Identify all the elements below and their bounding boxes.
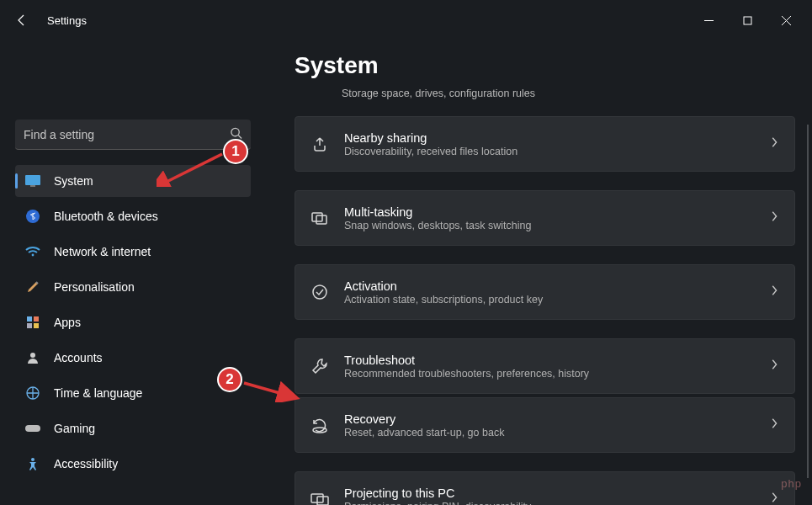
storage-subtitle: Storage space, drives, configuration rul… [342,88,795,99]
main-content: System Storage space, drives, configurat… [261,40,812,505]
close-button[interactable] [767,7,805,34]
svg-rect-10 [27,316,32,322]
card-subtitle: Permissions, pairing PIN, discoverabilit… [344,501,754,506]
sidebar-item-gaming[interactable]: Gaming [15,412,251,444]
svg-point-14 [30,353,35,358]
gamepad-icon [25,421,40,436]
search-input[interactable] [15,120,251,150]
globe-clock-icon [25,385,40,401]
sidebar-item-label: Bluetooth & devices [54,210,158,223]
chevron-right-icon [769,136,779,152]
svg-point-9 [32,254,34,257]
annotation-marker-2: 2 [217,367,242,392]
sidebar-item-label: Apps [54,316,81,329]
back-button[interactable] [8,7,35,34]
sidebar-item-bluetooth[interactable]: Bluetooth & devices [15,200,251,232]
svg-rect-19 [316,215,326,224]
svg-point-17 [31,458,34,461]
svg-point-4 [231,128,239,136]
chevron-right-icon [769,210,779,226]
svg-rect-6 [25,175,40,185]
card-text: Nearby sharing Discoverability, received… [344,131,754,157]
display-icon [25,173,40,189]
card-text: Projecting to this PC Permissions, pairi… [344,486,754,506]
sidebar-item-personalisation[interactable]: Personalisation [15,271,251,303]
chevron-right-icon [769,492,779,505]
sidebar-item-label: Personalisation [54,280,135,294]
card-subtitle: Discoverability, received files location [344,146,754,157]
windows-icon [310,209,329,227]
sidebar-item-accessibility[interactable]: Accessibility [15,448,251,480]
card-title: Nearby sharing [344,131,754,145]
window-controls [689,7,805,34]
check-circle-icon [310,283,329,301]
watermark: php [781,477,802,490]
card-title: Troubleshoot [344,354,754,367]
card-title: Multi-tasking [344,205,754,219]
sidebar-item-accounts[interactable]: Accounts [15,342,251,374]
card-text: Troubleshoot Recommended troubleshooters… [344,354,754,380]
card-title: Recovery [344,412,754,426]
maximize-button[interactable] [728,7,767,34]
chevron-right-icon [769,359,779,374]
recovery-icon [310,416,329,434]
window-title: Settings [47,14,87,27]
svg-line-25 [163,154,222,183]
minimize-icon [704,16,714,25]
person-icon [25,350,40,365]
sidebar-item-apps[interactable]: Apps [15,306,251,338]
titlebar-left: Settings [8,7,87,34]
sidebar-item-label: Accessibility [54,457,118,470]
svg-line-27 [244,383,295,397]
accessibility-icon [25,456,40,471]
card-title: Activation [344,279,754,293]
bluetooth-icon [25,209,40,224]
scrollbar[interactable] [807,125,809,478]
card-text: Multi-tasking Snap windows, desktops, ta… [344,205,754,231]
sidebar-item-network[interactable]: Network & internet [15,236,251,268]
projecting-icon [310,490,329,505]
svg-rect-1 [744,17,751,24]
card-subtitle: Snap windows, desktops, task switching [344,220,754,231]
card-text: Activation Activation state, subscriptio… [344,279,754,306]
titlebar: Settings [0,0,812,40]
close-icon [782,16,791,25]
card-subtitle: Reset, advanced start-up, go back [344,427,754,439]
card-subtitle: Recommended troubleshooters, preferences… [344,368,754,380]
card-multi-tasking[interactable]: Multi-tasking Snap windows, desktops, ta… [295,190,795,246]
card-title: Projecting to this PC [344,486,754,500]
card-nearby-sharing[interactable]: Nearby sharing Discoverability, received… [295,116,795,172]
svg-rect-12 [27,323,32,328]
nav: System Bluetooth & devices Network & int… [15,165,251,480]
svg-point-20 [313,285,326,299]
card-projecting[interactable]: Projecting to this PC Permissions, pairi… [295,471,795,505]
sidebar-item-label: Accounts [54,351,103,364]
svg-line-5 [238,136,241,139]
svg-rect-7 [30,185,35,187]
wifi-icon [25,244,40,259]
share-icon [310,135,329,153]
card-activation[interactable]: Activation Activation state, subscriptio… [295,264,795,320]
sidebar-item-time-language[interactable]: Time & language [15,377,251,409]
card-text: Recovery Reset, advanced start-up, go ba… [344,412,754,439]
chevron-right-icon [769,284,779,300]
annotation-arrow-2 [242,379,303,402]
paintbrush-icon [25,279,40,295]
minimize-button[interactable] [689,7,728,34]
sidebar: System Bluetooth & devices Network & int… [0,40,261,505]
page-title: System [295,52,795,79]
svg-rect-16 [25,425,40,432]
sidebar-item-label: Time & language [54,386,142,400]
card-subtitle: Activation state, subscriptions, product… [344,294,754,306]
svg-rect-13 [34,323,39,328]
wrench-icon [310,357,329,375]
sidebar-item-label: Gaming [54,422,95,435]
card-troubleshoot[interactable]: Troubleshoot Recommended troubleshooters… [295,338,795,394]
chevron-right-icon [769,417,779,433]
annotation-marker-1: 1 [223,139,248,164]
card-recovery[interactable]: Recovery Reset, advanced start-up, go ba… [295,397,795,453]
annotation-arrow-1 [157,152,227,187]
maximize-icon [743,16,752,25]
svg-rect-11 [34,316,39,322]
search-wrap [15,120,251,150]
